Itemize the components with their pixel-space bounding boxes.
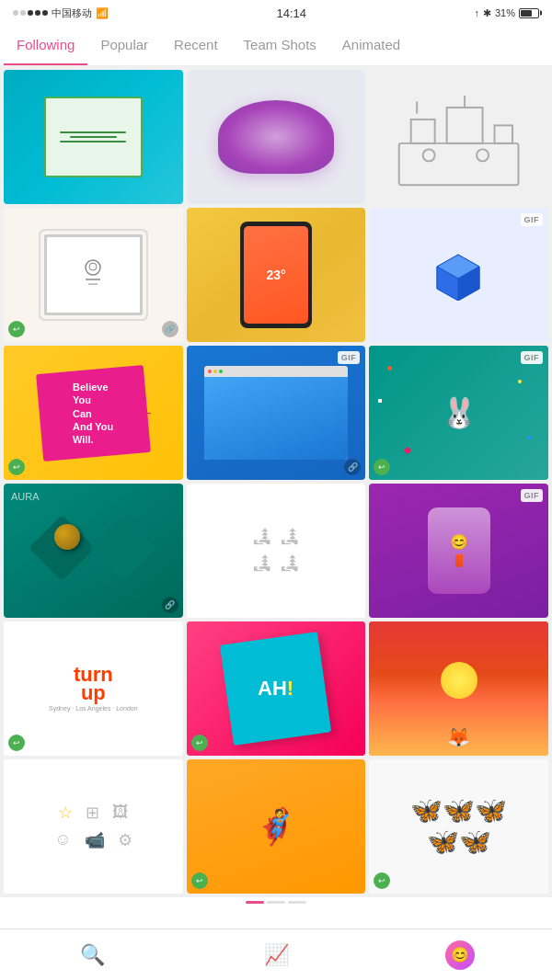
shot-card[interactable]: turn up Sydney · Los Angeles · London ↩ xyxy=(4,621,183,756)
dot3 xyxy=(28,10,33,16)
shot-card[interactable]: GIF 🔗 xyxy=(187,346,366,480)
circuit-card xyxy=(44,97,143,177)
cute-phone: 😊 xyxy=(428,507,490,595)
avatar-emoji: 😊 xyxy=(451,946,469,963)
dot4 xyxy=(35,10,40,16)
superhero: 🦸 xyxy=(254,806,297,847)
phone-text: 23° xyxy=(266,268,285,282)
up-text: up xyxy=(74,684,113,702)
phone-face: 😊 xyxy=(450,533,468,551)
emoji-icon: ☺ xyxy=(54,830,71,850)
svg-point-11 xyxy=(89,263,97,270)
ah-card: AH! xyxy=(220,632,331,745)
status-right: ↑ ✱ 31% xyxy=(474,7,539,19)
shot-card[interactable]: 23° xyxy=(187,208,366,342)
scroll-dot-1 xyxy=(246,901,264,904)
factory-svg xyxy=(378,84,539,191)
battery-label: 31% xyxy=(495,7,515,18)
svg-rect-0 xyxy=(399,142,519,184)
scroll-dot-2 xyxy=(267,901,285,904)
shot-card[interactable]: GIF xyxy=(369,208,548,342)
dot5 xyxy=(42,10,48,16)
tab-team-shots[interactable]: Team Shots xyxy=(231,26,329,65)
city-text: Sydney · Los Angeles · London xyxy=(49,705,138,712)
tab-animated[interactable]: Animated xyxy=(329,26,413,65)
cloud-shape xyxy=(218,100,335,174)
rebound-badge: ↩ xyxy=(8,321,25,337)
battery-icon xyxy=(519,8,539,18)
search-tab[interactable]: 🔍 xyxy=(0,929,184,980)
layout-icon: ⊞ xyxy=(86,803,99,823)
shot-card[interactable] xyxy=(4,70,183,204)
shot-card[interactable] xyxy=(187,70,366,204)
shot-card[interactable] xyxy=(369,70,548,204)
status-left: 中国移动 📶 xyxy=(13,6,109,20)
shot-card[interactable]: 🐰 GIF ↩ xyxy=(369,346,548,480)
star-icon: ☆ xyxy=(58,803,73,823)
browser-mock xyxy=(204,366,348,460)
svg-rect-17 xyxy=(89,515,155,581)
shot-card[interactable]: ☆ ⊞ 🖼 ☺ 📹 ⚙ xyxy=(4,759,183,894)
dot2 xyxy=(20,10,26,16)
shot-card[interactable]: 🦸 ↩ xyxy=(187,759,366,894)
tab-bar: 🔍 📈 😊 xyxy=(0,929,552,980)
avatar: 😊 xyxy=(445,940,475,970)
action-badge: ↩ xyxy=(191,735,208,751)
butterfly-cluster: 🦋🦋🦋🦋🦋 xyxy=(410,795,507,857)
svg-rect-3 xyxy=(495,125,512,142)
action-badge: ↩ xyxy=(191,872,208,889)
knob xyxy=(54,524,80,550)
link-badge: 🔗 xyxy=(162,321,178,337)
stamp-inner xyxy=(75,254,111,296)
sun xyxy=(441,662,477,699)
carrier-label: 中国移动 xyxy=(52,6,92,20)
bluetooth-icon: ✱ xyxy=(483,7,491,19)
status-bar: 中国移动 📶 14:14 ↑ ✱ 31% xyxy=(0,0,552,26)
shot-card[interactable]: 🏞🏞 🏞🏞 xyxy=(187,484,366,618)
signal-icon xyxy=(13,10,48,16)
link-badge: 🔗 xyxy=(162,597,178,613)
svg-rect-1 xyxy=(411,120,435,143)
phone-mockup: 23° xyxy=(240,222,312,329)
icons-top-row: ☆ ⊞ 🖼 xyxy=(58,803,129,823)
image-icon: 🖼 xyxy=(112,803,129,823)
activity-icon: 📈 xyxy=(264,943,289,967)
scroll-indicator xyxy=(0,897,552,907)
tab-following[interactable]: Following xyxy=(4,26,87,65)
shot-card[interactable]: ↩ 🔗 xyxy=(4,208,183,342)
gif-badge: GIF xyxy=(521,489,544,502)
battery-fill xyxy=(521,10,532,17)
shot-card[interactable]: 🦋🦋🦋🦋🦋 ↩ xyxy=(369,759,548,894)
gif-badge: GIF xyxy=(521,351,544,364)
navigation-tabs: Following Popular Recent Team Shots Anim… xyxy=(0,26,552,66)
animal: 🦊 xyxy=(447,726,470,748)
shot-card[interactable]: 🦊 xyxy=(369,621,548,756)
cube-svg xyxy=(433,250,484,301)
tab-popular[interactable]: Popular xyxy=(87,26,161,65)
activity-tab[interactable]: 📈 xyxy=(184,929,368,980)
geo-svg xyxy=(21,497,165,605)
svg-point-6 xyxy=(423,149,435,161)
gif-badge: GIF xyxy=(521,213,544,226)
dot1 xyxy=(13,10,18,16)
svg-rect-2 xyxy=(447,108,483,143)
gif-badge: GIF xyxy=(338,351,361,364)
wifi-icon: 📶 xyxy=(96,7,109,19)
tab-recent[interactable]: Recent xyxy=(161,26,231,65)
shot-card[interactable]: AH! ↩ xyxy=(187,621,366,756)
shot-card[interactable]: AURA 🔗 xyxy=(4,484,183,618)
svg-point-8 xyxy=(86,260,100,275)
ah-text: AH! xyxy=(258,677,293,701)
profile-tab[interactable]: 😊 xyxy=(368,929,552,980)
status-time: 14:14 xyxy=(276,6,306,20)
scroll-dot-3 xyxy=(288,901,306,904)
shot-card[interactable]: Believe You Can And You Will. ← ↩ xyxy=(4,346,183,480)
search-icon: 🔍 xyxy=(80,943,105,967)
video-icon: 📹 xyxy=(85,830,105,850)
gear-icon: ⚙ xyxy=(118,830,132,850)
icons-bottom-row: ☺ 📹 ⚙ xyxy=(54,830,132,850)
shot-card[interactable]: 😊 GIF xyxy=(369,484,548,618)
stamp xyxy=(44,234,143,315)
svg-point-7 xyxy=(477,149,489,161)
shots-grid: ↩ 🔗 23° xyxy=(0,66,552,897)
